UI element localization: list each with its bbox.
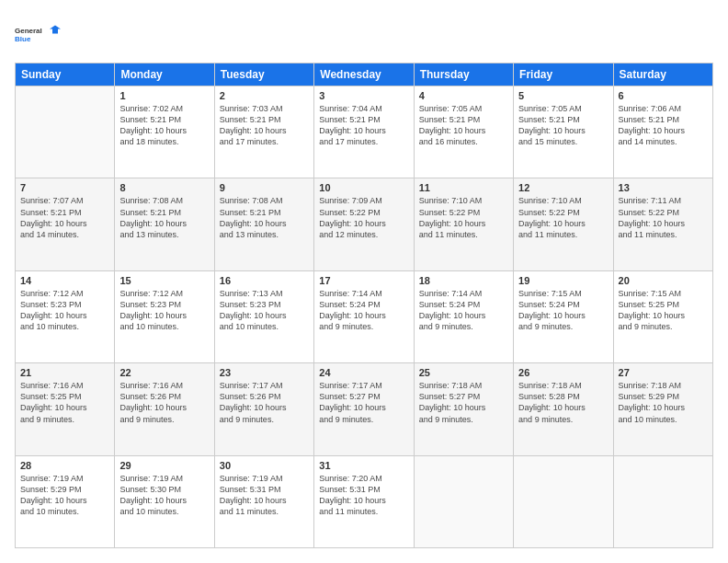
calendar-cell: 17Sunrise: 7:14 AM Sunset: 5:24 PM Dayli… <box>314 270 414 362</box>
day-number: 7 <box>20 182 109 193</box>
calendar-cell: 8Sunrise: 7:08 AM Sunset: 5:21 PM Daylig… <box>115 178 214 270</box>
day-number: 6 <box>619 90 708 101</box>
calendar-cell: 29Sunrise: 7:19 AM Sunset: 5:30 PM Dayli… <box>115 455 214 547</box>
calendar-cell: 15Sunrise: 7:12 AM Sunset: 5:23 PM Dayli… <box>115 270 214 362</box>
day-number: 20 <box>619 275 708 286</box>
day-number: 30 <box>220 460 309 471</box>
calendar-cell: 25Sunrise: 7:18 AM Sunset: 5:27 PM Dayli… <box>414 363 513 455</box>
calendar-week-row: 28Sunrise: 7:19 AM Sunset: 5:29 PM Dayli… <box>16 455 713 547</box>
logo-svg: General Blue <box>15 15 61 53</box>
calendar-cell: 6Sunrise: 7:06 AM Sunset: 5:21 PM Daylig… <box>613 86 712 178</box>
calendar-cell: 5Sunrise: 7:05 AM Sunset: 5:21 PM Daylig… <box>514 86 613 178</box>
day-number: 3 <box>319 90 408 101</box>
calendar-cell: 11Sunrise: 7:10 AM Sunset: 5:22 PM Dayli… <box>414 178 513 270</box>
calendar-cell: 24Sunrise: 7:17 AM Sunset: 5:27 PM Dayli… <box>314 363 414 455</box>
day-number: 25 <box>419 367 508 378</box>
day-info: Sunrise: 7:18 AM Sunset: 5:27 PM Dayligh… <box>419 380 508 425</box>
calendar-cell: 31Sunrise: 7:20 AM Sunset: 5:31 PM Dayli… <box>314 455 414 547</box>
day-number: 24 <box>319 367 408 378</box>
day-number: 26 <box>518 367 608 378</box>
calendar-cell: 9Sunrise: 7:08 AM Sunset: 5:21 PM Daylig… <box>214 178 313 270</box>
weekday-header: Sunday <box>16 63 115 86</box>
day-number: 21 <box>20 367 109 378</box>
day-number: 12 <box>518 182 608 193</box>
day-info: Sunrise: 7:05 AM Sunset: 5:21 PM Dayligh… <box>518 103 608 148</box>
svg-text:General: General <box>15 27 42 35</box>
day-number: 31 <box>319 460 408 471</box>
day-number: 8 <box>119 182 209 193</box>
day-number: 19 <box>518 275 608 286</box>
day-number: 22 <box>119 367 209 378</box>
calendar-week-row: 7Sunrise: 7:07 AM Sunset: 5:21 PM Daylig… <box>16 178 713 270</box>
day-number: 28 <box>20 460 109 471</box>
day-info: Sunrise: 7:03 AM Sunset: 5:21 PM Dayligh… <box>220 103 309 148</box>
calendar-cell: 26Sunrise: 7:18 AM Sunset: 5:28 PM Dayli… <box>514 363 613 455</box>
day-number: 29 <box>119 460 209 471</box>
day-info: Sunrise: 7:08 AM Sunset: 5:21 PM Dayligh… <box>119 195 209 240</box>
day-info: Sunrise: 7:09 AM Sunset: 5:22 PM Dayligh… <box>319 195 408 240</box>
calendar-cell: 22Sunrise: 7:16 AM Sunset: 5:26 PM Dayli… <box>115 363 214 455</box>
calendar-cell <box>514 455 613 547</box>
calendar-cell: 19Sunrise: 7:15 AM Sunset: 5:24 PM Dayli… <box>514 270 613 362</box>
calendar-cell: 12Sunrise: 7:10 AM Sunset: 5:22 PM Dayli… <box>514 178 613 270</box>
calendar-cell: 20Sunrise: 7:15 AM Sunset: 5:25 PM Dayli… <box>613 270 712 362</box>
header: General Blue <box>15 15 713 53</box>
weekday-header: Wednesday <box>314 63 414 86</box>
calendar-cell: 13Sunrise: 7:11 AM Sunset: 5:22 PM Dayli… <box>613 178 712 270</box>
calendar-cell: 28Sunrise: 7:19 AM Sunset: 5:29 PM Dayli… <box>16 455 115 547</box>
day-info: Sunrise: 7:16 AM Sunset: 5:25 PM Dayligh… <box>20 380 109 425</box>
day-number: 16 <box>220 275 309 286</box>
day-info: Sunrise: 7:17 AM Sunset: 5:27 PM Dayligh… <box>319 380 408 425</box>
day-number: 14 <box>20 275 109 286</box>
day-number: 5 <box>518 90 608 101</box>
calendar-cell: 2Sunrise: 7:03 AM Sunset: 5:21 PM Daylig… <box>214 86 313 178</box>
calendar-cell: 10Sunrise: 7:09 AM Sunset: 5:22 PM Dayli… <box>314 178 414 270</box>
day-info: Sunrise: 7:15 AM Sunset: 5:24 PM Dayligh… <box>518 288 608 333</box>
day-number: 15 <box>119 275 209 286</box>
calendar-cell: 18Sunrise: 7:14 AM Sunset: 5:24 PM Dayli… <box>414 270 513 362</box>
day-number: 18 <box>419 275 508 286</box>
day-info: Sunrise: 7:12 AM Sunset: 5:23 PM Dayligh… <box>20 288 109 333</box>
calendar-cell <box>613 455 712 547</box>
day-number: 11 <box>419 182 508 193</box>
calendar-cell: 1Sunrise: 7:02 AM Sunset: 5:21 PM Daylig… <box>115 86 214 178</box>
weekday-header: Saturday <box>613 63 712 86</box>
weekday-header: Thursday <box>414 63 513 86</box>
day-number: 4 <box>419 90 508 101</box>
calendar-table: SundayMondayTuesdayWednesdayThursdayFrid… <box>15 63 713 548</box>
day-info: Sunrise: 7:19 AM Sunset: 5:30 PM Dayligh… <box>119 473 209 518</box>
weekday-header: Monday <box>115 63 214 86</box>
calendar-cell: 30Sunrise: 7:19 AM Sunset: 5:31 PM Dayli… <box>214 455 313 547</box>
page: General Blue SundayMondayTuesdayWednesda… <box>0 0 728 563</box>
day-info: Sunrise: 7:14 AM Sunset: 5:24 PM Dayligh… <box>419 288 508 333</box>
calendar-cell <box>16 86 115 178</box>
day-info: Sunrise: 7:12 AM Sunset: 5:23 PM Dayligh… <box>119 288 209 333</box>
calendar-cell: 23Sunrise: 7:17 AM Sunset: 5:26 PM Dayli… <box>214 363 313 455</box>
day-number: 27 <box>619 367 708 378</box>
day-info: Sunrise: 7:14 AM Sunset: 5:24 PM Dayligh… <box>319 288 408 333</box>
day-info: Sunrise: 7:11 AM Sunset: 5:22 PM Dayligh… <box>619 195 708 240</box>
day-info: Sunrise: 7:19 AM Sunset: 5:29 PM Dayligh… <box>20 473 109 518</box>
calendar-cell <box>414 455 513 547</box>
calendar-cell: 14Sunrise: 7:12 AM Sunset: 5:23 PM Dayli… <box>16 270 115 362</box>
logo: General Blue <box>15 15 61 53</box>
day-info: Sunrise: 7:19 AM Sunset: 5:31 PM Dayligh… <box>220 473 309 518</box>
day-number: 1 <box>119 90 209 101</box>
day-info: Sunrise: 7:10 AM Sunset: 5:22 PM Dayligh… <box>419 195 508 240</box>
day-info: Sunrise: 7:13 AM Sunset: 5:23 PM Dayligh… <box>220 288 309 333</box>
svg-text:Blue: Blue <box>15 35 31 43</box>
day-number: 2 <box>220 90 309 101</box>
day-info: Sunrise: 7:04 AM Sunset: 5:21 PM Dayligh… <box>319 103 408 148</box>
day-info: Sunrise: 7:07 AM Sunset: 5:21 PM Dayligh… <box>20 195 109 240</box>
day-number: 9 <box>220 182 309 193</box>
calendar-week-row: 1Sunrise: 7:02 AM Sunset: 5:21 PM Daylig… <box>16 86 713 178</box>
calendar-cell: 27Sunrise: 7:18 AM Sunset: 5:29 PM Dayli… <box>613 363 712 455</box>
svg-marker-2 <box>50 26 61 34</box>
calendar-cell: 16Sunrise: 7:13 AM Sunset: 5:23 PM Dayli… <box>214 270 313 362</box>
weekday-header: Friday <box>514 63 613 86</box>
day-info: Sunrise: 7:02 AM Sunset: 5:21 PM Dayligh… <box>119 103 209 148</box>
day-info: Sunrise: 7:06 AM Sunset: 5:21 PM Dayligh… <box>619 103 708 148</box>
day-info: Sunrise: 7:10 AM Sunset: 5:22 PM Dayligh… <box>518 195 608 240</box>
calendar-week-row: 14Sunrise: 7:12 AM Sunset: 5:23 PM Dayli… <box>16 270 713 362</box>
day-info: Sunrise: 7:15 AM Sunset: 5:25 PM Dayligh… <box>619 288 708 333</box>
